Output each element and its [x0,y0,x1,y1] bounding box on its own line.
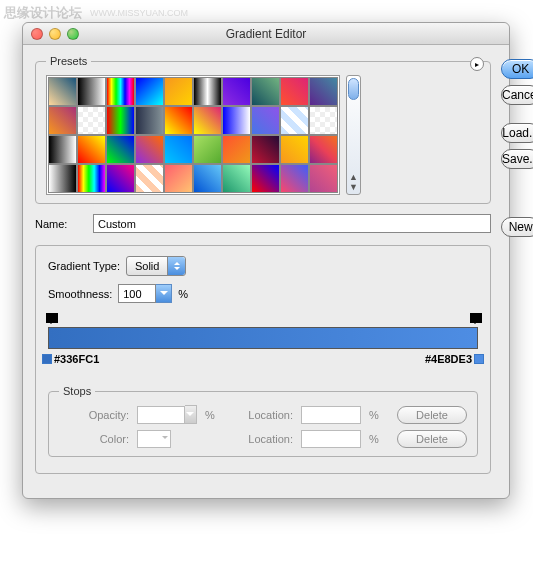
preset-swatch[interactable] [48,77,77,106]
preset-swatch[interactable] [251,77,280,106]
preset-swatch[interactable] [135,164,164,193]
preset-swatch[interactable] [106,164,135,193]
left-color-swatch-icon [42,354,52,364]
gradient-fieldset: Gradient Type: Solid Smoothness: % [35,245,491,474]
preset-swatch[interactable] [309,164,338,193]
color-location-input [301,430,361,448]
preset-swatch[interactable] [222,135,251,164]
preset-swatch[interactable] [48,164,77,193]
preset-swatch[interactable] [164,106,193,135]
delete-opacity-button: Delete [397,406,467,424]
titlebar: Gradient Editor [23,23,509,45]
flyout-icon[interactable]: ▸ [470,57,484,71]
opacity-dd-icon [185,405,197,424]
presets-legend: Presets [46,55,91,67]
smoothness-label: Smoothness: [48,288,112,300]
preset-swatch[interactable] [280,77,309,106]
save-button[interactable]: Save... [501,149,533,169]
preset-swatch[interactable] [222,77,251,106]
opacity-location-label: Location: [233,409,293,421]
smoothness-dropdown-icon[interactable] [156,284,172,303]
stops-fieldset: Stops Opacity: % Location: % Delete Colo… [48,385,478,457]
gradient-type-label: Gradient Type: [48,260,120,272]
color-location-label: Location: [233,433,293,445]
preset-swatch[interactable] [193,106,222,135]
window-title: Gradient Editor [23,27,509,41]
preset-swatch[interactable] [309,106,338,135]
ok-button[interactable]: OK [501,59,533,79]
preset-swatch[interactable] [251,164,280,193]
scrollbar-thumb[interactable] [348,78,359,100]
opacity-stop-left[interactable] [46,313,56,325]
color-label: Color: [59,433,129,445]
opacity-input [137,406,185,424]
left-color-label: #336FC1 [42,353,99,365]
preset-swatch[interactable] [193,135,222,164]
gradient-bar[interactable] [48,327,478,349]
preset-swatch[interactable] [222,106,251,135]
preset-swatch[interactable] [280,164,309,193]
name-input[interactable] [93,214,491,233]
new-button[interactable]: New [501,217,533,237]
preset-swatch[interactable] [193,164,222,193]
presets-fieldset: Presets ▸ ▲ ▼ [35,55,491,204]
preset-swatch[interactable] [280,106,309,135]
preset-swatch[interactable] [48,135,77,164]
stops-legend: Stops [59,385,95,397]
preset-swatch[interactable] [164,135,193,164]
load-button[interactable]: Load... [501,123,533,143]
opacity-pct: % [205,409,225,421]
cancel-button[interactable]: Cancel [501,85,533,105]
scroll-down-icon[interactable]: ▼ [349,182,358,192]
preset-swatch[interactable] [164,164,193,193]
gradient-type-value: Solid [127,260,167,272]
scroll-up-icon[interactable]: ▲ [349,172,358,182]
preset-swatch[interactable] [106,106,135,135]
scrollbar[interactable]: ▲ ▼ [346,75,361,195]
preset-swatch[interactable] [106,77,135,106]
preset-swatch[interactable] [251,106,280,135]
preset-swatch[interactable] [106,135,135,164]
gradient-editor-window: Gradient Editor Presets ▸ ▲ ▼ [22,22,510,499]
watermark-url: WWW.MISSYUAN.COM [90,8,188,18]
color-loc-pct: % [369,433,389,445]
preset-swatch[interactable] [309,77,338,106]
preset-swatch[interactable] [77,106,106,135]
opacity-label: Opacity: [59,409,129,421]
opacity-loc-pct: % [369,409,389,421]
preset-swatch[interactable] [309,135,338,164]
preset-swatch[interactable] [135,135,164,164]
preset-swatch[interactable] [77,77,106,106]
delete-color-button: Delete [397,430,467,448]
opacity-location-input [301,406,361,424]
opacity-stop-right[interactable] [470,313,480,325]
gradient-ramp[interactable]: #336FC1 #4E8DE3 [48,313,478,373]
name-label: Name: [35,218,85,230]
preset-swatch[interactable] [222,164,251,193]
preset-swatch[interactable] [164,77,193,106]
smoothness-unit: % [178,288,188,300]
preset-swatch[interactable] [251,135,280,164]
presets-grid [46,75,340,195]
preset-swatch[interactable] [48,106,77,135]
preset-swatch[interactable] [193,77,222,106]
preset-swatch[interactable] [77,135,106,164]
preset-swatch[interactable] [135,106,164,135]
color-swatch [137,430,171,448]
preset-swatch[interactable] [280,135,309,164]
select-stepper-icon[interactable] [167,257,185,275]
preset-swatch[interactable] [135,77,164,106]
smoothness-input[interactable] [118,284,156,303]
watermark-text: 思缘设计论坛 [4,4,82,22]
gradient-type-select[interactable]: Solid [126,256,186,276]
preset-swatch[interactable] [77,164,106,193]
right-color-swatch-icon [474,354,484,364]
right-color-label: #4E8DE3 [425,353,484,365]
